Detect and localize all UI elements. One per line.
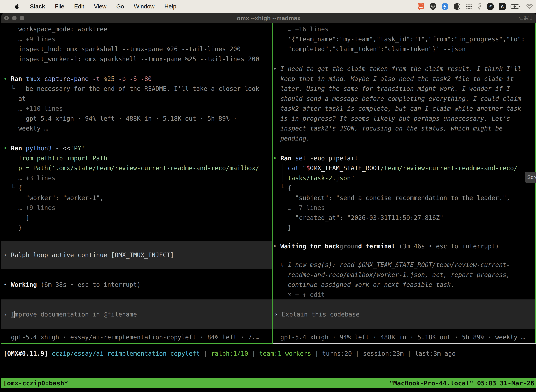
terminal-line: cat "$OMX_TEAM_STATE_ROOT/team/review-cu… bbox=[273, 163, 536, 173]
terminal-line: weekly … bbox=[4, 123, 272, 134]
terminal-line: from pathlib import Path bbox=[4, 153, 272, 163]
terminal-line bbox=[4, 64, 272, 74]
menu-file[interactable]: File bbox=[55, 3, 64, 10]
terminal-line: keep that in mind. Maybe I also need the… bbox=[273, 74, 536, 84]
prompt-input-left[interactable]: › Improve documentation in @filename bbox=[1, 299, 272, 329]
terminal-line: later. Using the same for transition mig… bbox=[273, 84, 536, 94]
tmux-status-bar: [omx-cczip0:bash* "MacBook-Pro-44.local"… bbox=[1, 378, 536, 388]
ralph-loop-banner: › Ralph loop active continue [OMX_TMUX_I… bbox=[1, 241, 272, 269]
left-model-status-line: gpt-5.4 xhigh · essay/ai-reimplementatio… bbox=[4, 332, 259, 342]
terminal-line: └ { bbox=[4, 183, 272, 193]
menu-view[interactable]: View bbox=[94, 3, 106, 10]
window-shortcut-badge: ⌥⌘1 bbox=[517, 13, 533, 23]
terminal-line: gpt-5.4 xhigh · 94% left · 488K in · 5.1… bbox=[4, 114, 272, 124]
screen-overlay-button[interactable]: Scre bbox=[525, 172, 536, 183]
terminal-line: ] bbox=[4, 213, 272, 223]
terminal-line: at bbox=[4, 94, 272, 104]
right-model-status-line: gpt-5.4 xhigh · 94% left · 488K in · 5.1… bbox=[273, 332, 525, 342]
terminal-line: } bbox=[273, 223, 536, 233]
mailbox-message-note: ↳ 1 new msg(s): read $OMX_TEAM_STATE_ROO… bbox=[273, 260, 536, 300]
right-pane-scrollback: … +16 lines '{"team_name":"my-team","tas… bbox=[273, 24, 536, 233]
menu-help[interactable]: Help bbox=[164, 3, 176, 10]
terminal-line: "subject": "send a concise recommendatio… bbox=[273, 193, 536, 203]
terminal-line: tasks/task-2.json" bbox=[273, 173, 536, 183]
messages-icon[interactable] bbox=[417, 2, 425, 11]
terminal-line: continue assigned work or next feasible … bbox=[273, 280, 536, 290]
pane-divider[interactable] bbox=[272, 23, 273, 344]
terminal-line: task2 after task1 is complete, but can I… bbox=[273, 104, 536, 114]
wifi-icon[interactable] bbox=[526, 4, 533, 9]
battery-icon[interactable] bbox=[511, 4, 521, 9]
right-pane-bottom-border bbox=[273, 343, 536, 344]
prompt-input-right[interactable]: › Explain this codebase bbox=[273, 299, 535, 329]
terminal-line: '{"team_name":"my-team","task_id":"1","f… bbox=[273, 34, 536, 44]
squiggle-icon[interactable] bbox=[477, 2, 482, 10]
waiting-status-line: • Waiting for background terminal (3m 46… bbox=[273, 241, 499, 251]
terminal-line: … +9 lines bbox=[4, 34, 272, 44]
terminal-line: • I need to get the claim token from the… bbox=[273, 64, 536, 74]
terminal-line: "created_at": "2026-03-31T11:59:27.816Z" bbox=[273, 213, 536, 223]
prompt-input-left-text[interactable]: › Improve documentation in @filename bbox=[4, 309, 137, 319]
badge-61-icon[interactable]: ..61 bbox=[487, 3, 494, 10]
terminal-content: workspace_mode: worktree … +9 lines insp… bbox=[1, 23, 536, 392]
window-title-bar: omx --xhigh --madmax ⌥⌘1 bbox=[1, 13, 536, 23]
terminal-line: "completed","claim_token":"claim-token"}… bbox=[273, 44, 536, 54]
menu-edit[interactable]: Edit bbox=[74, 3, 84, 10]
tmux-session-window: [omx-cczip0:bash* bbox=[3, 379, 68, 387]
left-pane-scrollback: workspace_mode: worktree … +9 lines insp… bbox=[4, 24, 272, 233]
terminal-line: workspace_mode: worktree bbox=[4, 24, 272, 34]
terminal-line: inspect_hud: omx sparkshell --tmux-pane … bbox=[4, 44, 272, 54]
prompt-input-right-text[interactable]: › Explain this codebase bbox=[274, 309, 360, 319]
right-pane-border bbox=[535, 23, 536, 344]
terminal-line bbox=[273, 143, 536, 153]
terminal-line: ⌥ + ↑ edit bbox=[273, 290, 536, 300]
working-status-line: • Working (6m 38s • esc to interrupt) bbox=[4, 280, 141, 290]
code-block-connector bbox=[12, 154, 12, 182]
terminal-line: ↳ 1 new msg(s): read $OMX_TEAM_STATE_ROO… bbox=[273, 260, 536, 270]
macos-menu-bar: Slack File Edit View Go Window Help bbox=[0, 0, 536, 13]
omx-session-status-line: [OMX#0.11.9] cczip/essay/ai-reimplementa… bbox=[4, 349, 456, 359]
terminal-line: … +16 lines bbox=[273, 24, 536, 34]
terminal-line: } bbox=[4, 223, 272, 233]
shield-icon[interactable] bbox=[429, 2, 436, 10]
terminal-line bbox=[273, 54, 536, 64]
terminal-line: inspect task2's JSON, focusing on the st… bbox=[273, 123, 536, 134]
desktop: Slack File Edit View Go Window Help bbox=[0, 0, 536, 392]
dots-grid-icon[interactable] bbox=[465, 3, 473, 10]
crescent-icon[interactable] bbox=[453, 3, 461, 10]
apple-menu-icon[interactable] bbox=[14, 3, 20, 10]
menu-bar-status-icons: ..61 A bbox=[417, 2, 533, 11]
terminal-line: … +9 lines bbox=[4, 203, 272, 213]
menu-go[interactable]: Go bbox=[116, 3, 124, 10]
terminal-line: is in progress? It seems likely but perh… bbox=[273, 114, 536, 124]
menu-app-slack[interactable]: Slack bbox=[30, 3, 45, 10]
terminal-line: … +3 lines bbox=[4, 173, 272, 183]
app-menus: Slack File Edit View Go Window Help bbox=[30, 3, 176, 10]
menu-window[interactable]: Window bbox=[134, 3, 154, 10]
terminal-window: omx --xhigh --madmax ⌥⌘1 workspace_mode:… bbox=[1, 13, 536, 392]
terminal-line: should send a message before completing … bbox=[273, 94, 536, 104]
terminal-line: … +7 lines bbox=[273, 203, 536, 213]
terminal-line: inspect_worker-1: omx sparkshell --tmux-… bbox=[4, 54, 272, 64]
left-pane-bottom-border bbox=[1, 343, 273, 344]
terminal-line: └ { bbox=[273, 183, 536, 193]
input-source-icon[interactable]: A bbox=[499, 3, 506, 10]
bolt-app-icon[interactable] bbox=[441, 3, 449, 10]
terminal-line: pending. bbox=[273, 134, 536, 144]
terminal-line: "worker": "worker-1", bbox=[4, 193, 272, 203]
left-agent-pane: workspace_mode: worktree … +9 lines insp… bbox=[1, 23, 272, 344]
tmux-host-and-clock: "MacBook-Pro-44.local" 05:03 31-Mar-26 bbox=[389, 379, 534, 387]
window-title: omx --xhigh --madmax bbox=[1, 13, 536, 23]
terminal-line: • Ran tmux capture-pane -t %25 -p -S -80 bbox=[4, 74, 272, 84]
terminal-line: • Ran python3 - <<'PY' bbox=[4, 143, 272, 153]
terminal-line: └ be necessary for the end of the README… bbox=[4, 84, 272, 94]
terminal-line: p = Path('.omx/state/team/review-current… bbox=[4, 163, 272, 173]
terminal-line: • Ran set -euo pipefail bbox=[273, 153, 536, 163]
code-block-connector bbox=[282, 164, 282, 182]
terminal-line bbox=[4, 134, 272, 144]
ralph-loop-text: › Ralph loop active continue [OMX_TMUX_I… bbox=[4, 250, 174, 260]
terminal-line: … +110 lines bbox=[4, 104, 272, 114]
terminal-line: readme-and-reco/mailbox/worker-1.json, a… bbox=[273, 270, 536, 280]
